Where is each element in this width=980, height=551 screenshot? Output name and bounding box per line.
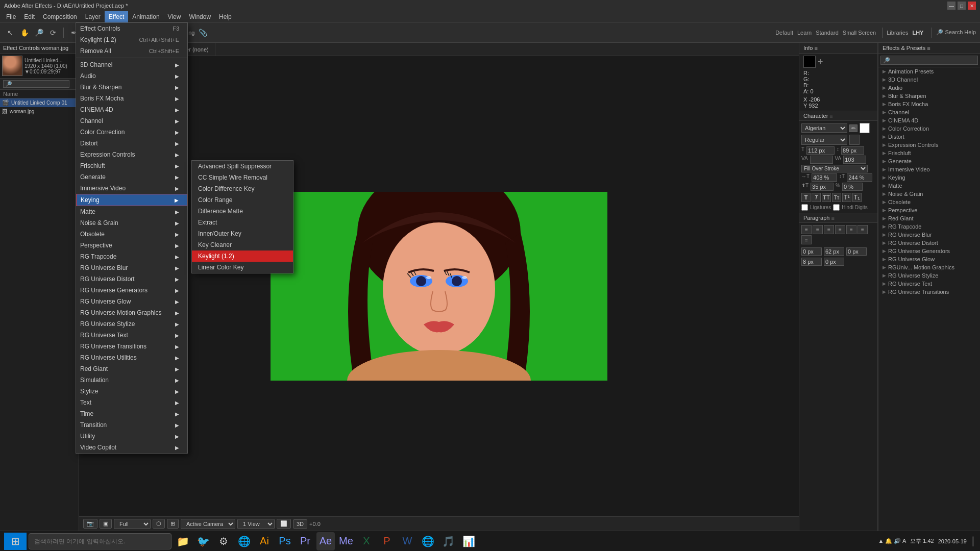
arr-vc: ▶ (175, 445, 179, 450)
arr-keying: ▶ (175, 197, 179, 203)
menu-rg-gen[interactable]: RG Universe Generators▶ (76, 285, 187, 296)
sub-key-cleaner[interactable]: Key Cleaner (192, 239, 293, 251)
menu-rg-utilities[interactable]: RG Universe Utilities▶ (76, 352, 187, 363)
arr-imm: ▶ (175, 186, 179, 191)
menu-cinema4d[interactable]: CINEMA 4D▶ (76, 104, 187, 115)
arr-time: ▶ (175, 411, 179, 417)
keylight-label: Keylight (1.2) (80, 36, 116, 43)
menu-keying[interactable]: Keying▶ (76, 194, 187, 206)
menu-matte[interactable]: Matte▶ (76, 206, 187, 217)
lbl-expr: Expression Controls (80, 151, 135, 158)
sub-advanced-spill[interactable]: Advanced Spill Suppressor (192, 161, 293, 172)
menu-simulation[interactable]: Simulation▶ (76, 374, 187, 386)
menu-expression-controls[interactable]: Expression Controls▶ (76, 149, 187, 160)
lbl-trap: RG Trapcode (80, 253, 116, 260)
menu-generate[interactable]: Generate▶ (76, 171, 187, 183)
lbl-rgmo: RG Universe Motion Graphics (80, 309, 161, 316)
menu-text[interactable]: Text▶ (76, 397, 187, 408)
arr-rgglow: ▶ (175, 299, 179, 305)
menu-rg-trapcode[interactable]: RG Trapcode▶ (76, 251, 187, 262)
lbl-cinema4d: CINEMA 4D (80, 106, 113, 113)
remove-all-shortcut: Ctrl+Shift+E (149, 48, 179, 54)
menu-sep-1 (76, 58, 187, 58)
menu-perspective[interactable]: Perspective▶ (76, 240, 187, 251)
arr-rgmo: ▶ (175, 310, 179, 316)
arr-rgdist: ▶ (175, 277, 179, 282)
menu-keylight[interactable]: Keylight (1.2) Ctrl+Alt+Shift+E (76, 34, 187, 45)
menu-rg-stylize[interactable]: RG Universe Stylize▶ (76, 318, 187, 330)
lbl-noise: Noise & Grain (80, 219, 118, 227)
lbl-color-correction: Color Correction (80, 129, 125, 136)
arr-persp: ▶ (175, 243, 179, 248)
lbl-util: Utility (80, 433, 95, 440)
sub-difference-matte[interactable]: Difference Matte (192, 206, 293, 217)
arr-trans: ▶ (175, 422, 179, 428)
arr-stylize: ▶ (175, 389, 179, 394)
menu-rg-distort[interactable]: RG Universe Distort▶ (76, 273, 187, 285)
lbl-rgutil: RG Universe Utilities (80, 354, 137, 361)
arr-frisch: ▶ (175, 163, 179, 169)
lbl-rgstyl: RG Universe Stylize (80, 320, 135, 328)
menu-stylize[interactable]: Stylize▶ (76, 386, 187, 397)
menu-time[interactable]: Time▶ (76, 408, 187, 419)
lbl-keying: Keying (81, 196, 100, 204)
menu-blur-sharpen[interactable]: Blur & Sharpen▶ (76, 82, 187, 93)
lbl-rgdist: RG Universe Distort (80, 276, 135, 283)
arr-sim: ▶ (175, 378, 179, 383)
lbl-blur: Blur & Sharpen (80, 84, 121, 91)
menu-effect-controls[interactable]: Effect Controls F3 (76, 23, 187, 34)
arr-cinema4d: ▶ (175, 107, 179, 113)
sub-cc-simple[interactable]: CC Simple Wire Removal (192, 172, 293, 183)
menu-noise-grain[interactable]: Noise & Grain▶ (76, 217, 187, 229)
menu-remove-all[interactable]: Remove All Ctrl+Shift+E (76, 45, 187, 57)
arr-rgstyl: ▶ (175, 321, 179, 327)
menu-immersive[interactable]: Immersive Video▶ (76, 183, 187, 194)
sub-color-range[interactable]: Color Range (192, 194, 293, 206)
menu-rg-transitions[interactable]: RG Universe Transitions▶ (76, 341, 187, 352)
remove-all-label: Remove All (80, 47, 111, 55)
arr-gen: ▶ (175, 174, 179, 180)
arr-rgutil: ▶ (175, 355, 179, 361)
arr-util: ▶ (175, 434, 179, 439)
arr-rgtext: ▶ (175, 333, 179, 338)
keying-submenu: Advanced Spill Suppressor CC Simple Wire… (191, 160, 293, 273)
lbl-vc: Video Copilot (80, 444, 116, 451)
sub-keylight[interactable]: Keylight (1.2) (192, 251, 293, 262)
menu-channel[interactable]: Channel▶ (76, 115, 187, 127)
arr-matte: ▶ (175, 209, 179, 215)
menu-rg-text[interactable]: RG Universe Text▶ (76, 330, 187, 341)
lbl-time: Time (80, 410, 93, 417)
lbl-persp: Perspective (80, 242, 112, 249)
effect-controls-label: Effect Controls (80, 25, 120, 32)
sub-inner-outer[interactable]: Inner/Outer Key (192, 228, 293, 239)
menu-distort[interactable]: Distort▶ (76, 138, 187, 149)
sub-linear-color-key[interactable]: Linear Color Key (192, 262, 293, 273)
menu-rg-glow[interactable]: RG Universe Glow▶ (76, 296, 187, 307)
lbl-frisch: Frischluft (80, 162, 105, 169)
arr-obs: ▶ (175, 232, 179, 237)
effect-controls-shortcut: F3 (173, 26, 179, 32)
menu-obsolete[interactable]: Obsolete▶ (76, 229, 187, 240)
menu-transition[interactable]: Transition▶ (76, 419, 187, 431)
menu-3d-channel[interactable]: 3D Channel▶ (76, 59, 187, 70)
menu-audio[interactable]: Audio▶ (76, 70, 187, 82)
arr-noise: ▶ (175, 220, 179, 226)
arr-rggen: ▶ (175, 288, 179, 293)
menu-boris-fx[interactable]: Boris FX Mocha▶ (76, 93, 187, 104)
lbl-rgglow: RG Universe Glow (80, 298, 131, 305)
sub-color-diff-key[interactable]: Color Difference Key (192, 183, 293, 194)
lbl-sim: Simulation (80, 377, 109, 384)
arr-rgtrans: ▶ (175, 344, 179, 349)
menu-rg-blur[interactable]: RG Universe Blur▶ (76, 262, 187, 273)
arr-rgblur: ▶ (175, 265, 179, 271)
menu-color-correction[interactable]: Color Correction▶ (76, 127, 187, 138)
menu-video-copilot[interactable]: Video Copilot▶ (76, 442, 187, 453)
lbl-imm: Immersive Video (80, 185, 126, 192)
lbl-channel: Channel (80, 117, 103, 124)
menu-red-giant[interactable]: Red Giant▶ (76, 363, 187, 374)
menu-rg-motion[interactable]: RG Universe Motion Graphics▶ (76, 307, 187, 318)
menu-utility[interactable]: Utility▶ (76, 431, 187, 442)
dropdown-overlay[interactable]: Effect Controls F3 Keylight (1.2) Ctrl+A… (0, 0, 980, 551)
menu-frischluft[interactable]: Frischluft▶ (76, 160, 187, 171)
sub-extract[interactable]: Extract (192, 217, 293, 228)
